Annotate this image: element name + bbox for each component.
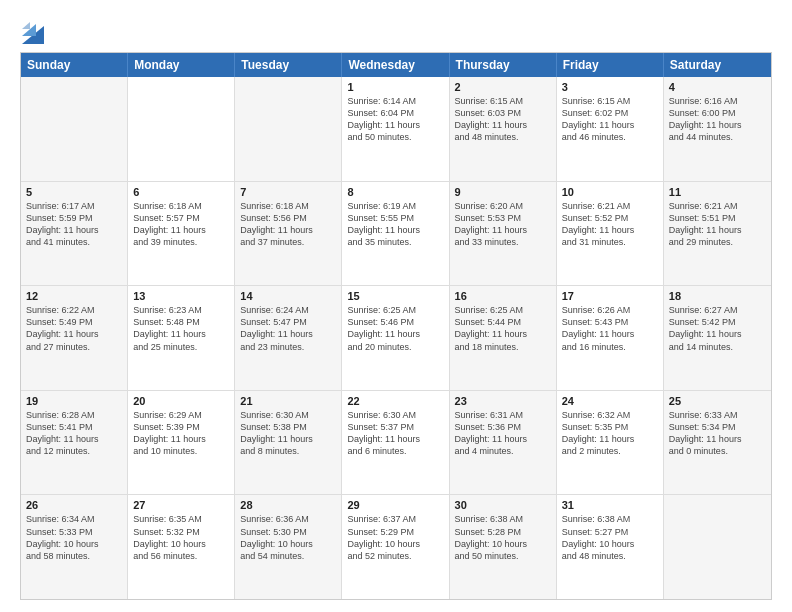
- day-number: 24: [562, 395, 658, 407]
- day-number: 25: [669, 395, 766, 407]
- page: SundayMondayTuesdayWednesdayThursdayFrid…: [0, 0, 792, 612]
- header-cell-sunday: Sunday: [21, 53, 128, 77]
- day-number: 27: [133, 499, 229, 511]
- cell-sun-info: Sunrise: 6:38 AM Sunset: 5:27 PM Dayligh…: [562, 513, 658, 562]
- svg-marker-2: [22, 22, 30, 29]
- cell-sun-info: Sunrise: 6:29 AM Sunset: 5:39 PM Dayligh…: [133, 409, 229, 458]
- cell-sun-info: Sunrise: 6:18 AM Sunset: 5:57 PM Dayligh…: [133, 200, 229, 249]
- cell-sun-info: Sunrise: 6:14 AM Sunset: 6:04 PM Dayligh…: [347, 95, 443, 144]
- day-number: 12: [26, 290, 122, 302]
- day-number: 18: [669, 290, 766, 302]
- cell-sun-info: Sunrise: 6:34 AM Sunset: 5:33 PM Dayligh…: [26, 513, 122, 562]
- logo: [20, 16, 44, 44]
- day-number: 8: [347, 186, 443, 198]
- calendar-cell: 22Sunrise: 6:30 AM Sunset: 5:37 PM Dayli…: [342, 391, 449, 495]
- header-cell-monday: Monday: [128, 53, 235, 77]
- calendar-week-1: 1Sunrise: 6:14 AM Sunset: 6:04 PM Daylig…: [21, 77, 771, 182]
- calendar: SundayMondayTuesdayWednesdayThursdayFrid…: [20, 52, 772, 600]
- cell-sun-info: Sunrise: 6:30 AM Sunset: 5:38 PM Dayligh…: [240, 409, 336, 458]
- cell-sun-info: Sunrise: 6:22 AM Sunset: 5:49 PM Dayligh…: [26, 304, 122, 353]
- header-cell-thursday: Thursday: [450, 53, 557, 77]
- calendar-cell: 25Sunrise: 6:33 AM Sunset: 5:34 PM Dayli…: [664, 391, 771, 495]
- calendar-cell: 14Sunrise: 6:24 AM Sunset: 5:47 PM Dayli…: [235, 286, 342, 390]
- calendar-cell: 19Sunrise: 6:28 AM Sunset: 5:41 PM Dayli…: [21, 391, 128, 495]
- cell-sun-info: Sunrise: 6:26 AM Sunset: 5:43 PM Dayligh…: [562, 304, 658, 353]
- calendar-cell: 31Sunrise: 6:38 AM Sunset: 5:27 PM Dayli…: [557, 495, 664, 599]
- header-cell-saturday: Saturday: [664, 53, 771, 77]
- cell-sun-info: Sunrise: 6:21 AM Sunset: 5:52 PM Dayligh…: [562, 200, 658, 249]
- cell-sun-info: Sunrise: 6:23 AM Sunset: 5:48 PM Dayligh…: [133, 304, 229, 353]
- cell-sun-info: Sunrise: 6:15 AM Sunset: 6:03 PM Dayligh…: [455, 95, 551, 144]
- cell-sun-info: Sunrise: 6:20 AM Sunset: 5:53 PM Dayligh…: [455, 200, 551, 249]
- cell-sun-info: Sunrise: 6:25 AM Sunset: 5:46 PM Dayligh…: [347, 304, 443, 353]
- day-number: 11: [669, 186, 766, 198]
- calendar-cell: 23Sunrise: 6:31 AM Sunset: 5:36 PM Dayli…: [450, 391, 557, 495]
- day-number: 15: [347, 290, 443, 302]
- calendar-cell: [21, 77, 128, 181]
- cell-sun-info: Sunrise: 6:38 AM Sunset: 5:28 PM Dayligh…: [455, 513, 551, 562]
- day-number: 1: [347, 81, 443, 93]
- day-number: 3: [562, 81, 658, 93]
- day-number: 22: [347, 395, 443, 407]
- day-number: 28: [240, 499, 336, 511]
- cell-sun-info: Sunrise: 6:30 AM Sunset: 5:37 PM Dayligh…: [347, 409, 443, 458]
- calendar-cell: [128, 77, 235, 181]
- calendar-cell: 30Sunrise: 6:38 AM Sunset: 5:28 PM Dayli…: [450, 495, 557, 599]
- cell-sun-info: Sunrise: 6:37 AM Sunset: 5:29 PM Dayligh…: [347, 513, 443, 562]
- calendar-cell: 13Sunrise: 6:23 AM Sunset: 5:48 PM Dayli…: [128, 286, 235, 390]
- day-number: 29: [347, 499, 443, 511]
- day-number: 6: [133, 186, 229, 198]
- calendar-cell: [664, 495, 771, 599]
- day-number: 2: [455, 81, 551, 93]
- day-number: 26: [26, 499, 122, 511]
- day-number: 9: [455, 186, 551, 198]
- header-cell-wednesday: Wednesday: [342, 53, 449, 77]
- calendar-cell: 17Sunrise: 6:26 AM Sunset: 5:43 PM Dayli…: [557, 286, 664, 390]
- day-number: 23: [455, 395, 551, 407]
- calendar-cell: 29Sunrise: 6:37 AM Sunset: 5:29 PM Dayli…: [342, 495, 449, 599]
- day-number: 30: [455, 499, 551, 511]
- cell-sun-info: Sunrise: 6:36 AM Sunset: 5:30 PM Dayligh…: [240, 513, 336, 562]
- cell-sun-info: Sunrise: 6:19 AM Sunset: 5:55 PM Dayligh…: [347, 200, 443, 249]
- day-number: 20: [133, 395, 229, 407]
- day-number: 7: [240, 186, 336, 198]
- cell-sun-info: Sunrise: 6:28 AM Sunset: 5:41 PM Dayligh…: [26, 409, 122, 458]
- calendar-cell: 27Sunrise: 6:35 AM Sunset: 5:32 PM Dayli…: [128, 495, 235, 599]
- calendar-cell: 8Sunrise: 6:19 AM Sunset: 5:55 PM Daylig…: [342, 182, 449, 286]
- calendar-week-5: 26Sunrise: 6:34 AM Sunset: 5:33 PM Dayli…: [21, 495, 771, 599]
- calendar-cell: [235, 77, 342, 181]
- calendar-cell: 21Sunrise: 6:30 AM Sunset: 5:38 PM Dayli…: [235, 391, 342, 495]
- calendar-cell: 1Sunrise: 6:14 AM Sunset: 6:04 PM Daylig…: [342, 77, 449, 181]
- cell-sun-info: Sunrise: 6:21 AM Sunset: 5:51 PM Dayligh…: [669, 200, 766, 249]
- cell-sun-info: Sunrise: 6:33 AM Sunset: 5:34 PM Dayligh…: [669, 409, 766, 458]
- cell-sun-info: Sunrise: 6:25 AM Sunset: 5:44 PM Dayligh…: [455, 304, 551, 353]
- calendar-cell: 28Sunrise: 6:36 AM Sunset: 5:30 PM Dayli…: [235, 495, 342, 599]
- calendar-cell: 18Sunrise: 6:27 AM Sunset: 5:42 PM Dayli…: [664, 286, 771, 390]
- calendar-cell: 15Sunrise: 6:25 AM Sunset: 5:46 PM Dayli…: [342, 286, 449, 390]
- day-number: 16: [455, 290, 551, 302]
- calendar-cell: 24Sunrise: 6:32 AM Sunset: 5:35 PM Dayli…: [557, 391, 664, 495]
- calendar-cell: 10Sunrise: 6:21 AM Sunset: 5:52 PM Dayli…: [557, 182, 664, 286]
- day-number: 19: [26, 395, 122, 407]
- calendar-week-3: 12Sunrise: 6:22 AM Sunset: 5:49 PM Dayli…: [21, 286, 771, 391]
- calendar-cell: 9Sunrise: 6:20 AM Sunset: 5:53 PM Daylig…: [450, 182, 557, 286]
- calendar-cell: 5Sunrise: 6:17 AM Sunset: 5:59 PM Daylig…: [21, 182, 128, 286]
- cell-sun-info: Sunrise: 6:15 AM Sunset: 6:02 PM Dayligh…: [562, 95, 658, 144]
- header: [20, 16, 772, 44]
- calendar-cell: 26Sunrise: 6:34 AM Sunset: 5:33 PM Dayli…: [21, 495, 128, 599]
- cell-sun-info: Sunrise: 6:27 AM Sunset: 5:42 PM Dayligh…: [669, 304, 766, 353]
- header-cell-friday: Friday: [557, 53, 664, 77]
- day-number: 5: [26, 186, 122, 198]
- cell-sun-info: Sunrise: 6:31 AM Sunset: 5:36 PM Dayligh…: [455, 409, 551, 458]
- cell-sun-info: Sunrise: 6:24 AM Sunset: 5:47 PM Dayligh…: [240, 304, 336, 353]
- day-number: 31: [562, 499, 658, 511]
- calendar-cell: 12Sunrise: 6:22 AM Sunset: 5:49 PM Dayli…: [21, 286, 128, 390]
- header-cell-tuesday: Tuesday: [235, 53, 342, 77]
- calendar-cell: 16Sunrise: 6:25 AM Sunset: 5:44 PM Dayli…: [450, 286, 557, 390]
- cell-sun-info: Sunrise: 6:35 AM Sunset: 5:32 PM Dayligh…: [133, 513, 229, 562]
- cell-sun-info: Sunrise: 6:16 AM Sunset: 6:00 PM Dayligh…: [669, 95, 766, 144]
- calendar-cell: 6Sunrise: 6:18 AM Sunset: 5:57 PM Daylig…: [128, 182, 235, 286]
- calendar-week-4: 19Sunrise: 6:28 AM Sunset: 5:41 PM Dayli…: [21, 391, 771, 496]
- day-number: 10: [562, 186, 658, 198]
- cell-sun-info: Sunrise: 6:17 AM Sunset: 5:59 PM Dayligh…: [26, 200, 122, 249]
